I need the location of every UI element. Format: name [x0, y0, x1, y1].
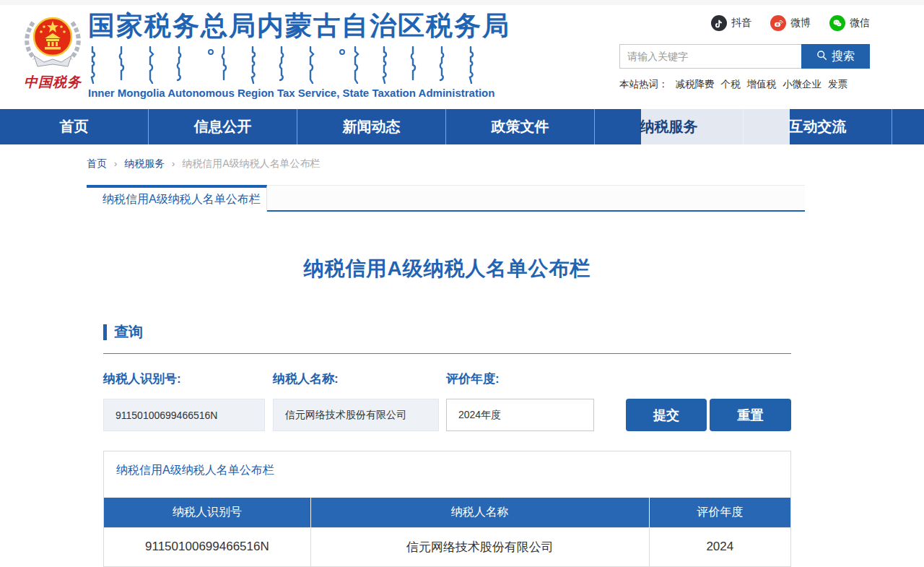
wechat-icon [829, 15, 845, 31]
social-links: 抖音 微博 [619, 15, 870, 31]
site-title-cn: 国家税务总局内蒙古自治区税务局 [88, 8, 510, 44]
table-header-cell: 纳税人识别号 [104, 498, 310, 527]
weibo-link[interactable]: 微博 [770, 15, 811, 31]
taxpayer-name-input[interactable] [273, 399, 439, 431]
hot-word-link[interactable]: 小微企业 [783, 78, 821, 91]
mongolian-script-text [88, 46, 510, 84]
evaluation-year-input[interactable] [446, 399, 594, 431]
hot-word-link[interactable]: 增值税 [747, 78, 777, 91]
hot-word-link[interactable]: 个税 [721, 78, 741, 91]
query-section-title: 查询 [114, 322, 143, 342]
search-icon [816, 50, 827, 64]
page-title: 纳税信用A级纳税人名单公布栏 [103, 255, 791, 282]
breadcrumb: 首页 › 纳税服务 › 纳税信用A级纳税人名单公布栏 [87, 157, 924, 170]
table-cell-year: 2024 [649, 527, 790, 566]
nav-item-home[interactable]: 首页 [0, 109, 149, 144]
breadcrumb-tax-service[interactable]: 纳税服务 [124, 157, 165, 169]
results-table: 纳税人识别号 纳税人名称 评价年度 91150100699466516N 信元网… [104, 498, 790, 567]
national-emblem-icon [19, 11, 87, 72]
douyin-link[interactable]: 抖音 [711, 15, 751, 31]
tab-a-level-taxpayer-list[interactable]: 纳税信用A级纳税人名单公布栏 [87, 185, 267, 212]
hot-words-label: 本站热词： [619, 78, 668, 91]
search-button[interactable]: 搜索 [801, 44, 870, 69]
main-nav: 首页 信息公开 新闻动态 政策文件 纳税服务 互动交流 [0, 109, 924, 144]
top-strip [0, 0, 924, 5]
douyin-label: 抖音 [731, 17, 751, 30]
header-right: 抖音 微博 [619, 15, 870, 91]
table-cell-taxpayer-name: 信元网络技术股份有限公司 [310, 527, 649, 566]
results-panel-title: 纳税信用A级纳税人名单公布栏 [104, 451, 790, 478]
submit-button[interactable]: 提交 [626, 399, 707, 431]
nav-item-interaction[interactable]: 互动交流 [744, 109, 892, 144]
hot-word-link[interactable]: 减税降费 [676, 78, 715, 91]
breadcrumb-separator: › [167, 158, 179, 169]
nav-item-policy[interactable]: 政策文件 [446, 109, 595, 144]
results-panel: 纳税信用A级纳税人名单公布栏 纳税人识别号 纳税人名称 评价年度 9115010… [103, 451, 791, 567]
wechat-link[interactable]: 微信 [829, 15, 870, 31]
nav-item-tax-service[interactable]: 纳税服务 [595, 109, 744, 144]
nav-item-info-disclosure[interactable]: 信息公开 [149, 109, 297, 144]
evaluation-year-label: 评价年度: [446, 371, 594, 387]
tab-bar-filler [267, 185, 805, 212]
logo-text: 中国税务 [19, 73, 87, 92]
taxpayer-id-input[interactable] [103, 399, 265, 431]
breadcrumb-home[interactable]: 首页 [87, 157, 107, 169]
nav-item-news[interactable]: 新闻动态 [297, 109, 446, 144]
site-title-block: 国家税务总局内蒙古自治区税务局 Inner Mongolia Autonomou… [88, 8, 510, 99]
hot-word-link[interactable]: 发票 [828, 78, 847, 91]
section-divider [103, 353, 791, 354]
weibo-icon [770, 15, 786, 31]
site-search: 搜索 [619, 44, 870, 69]
site-header: 中国税务 国家税务总局内蒙古自治区税务局 Inner Mongolia Auto… [0, 5, 924, 109]
weibo-label: 微博 [790, 17, 811, 30]
query-form: 纳税人识别号: 纳税人名称: 评价年度: 提交 重置 [103, 371, 791, 431]
table-header-cell: 评价年度 [649, 498, 790, 527]
taxpayer-id-field-group: 纳税人识别号: [103, 371, 265, 431]
hot-words: 本站热词： 减税降费 个税 增值税 小微企业 发票 [619, 78, 870, 91]
table-row: 91150100699466516N 信元网络技术股份有限公司 2024 [104, 527, 790, 566]
search-input[interactable] [619, 44, 801, 69]
wechat-label: 微信 [850, 17, 870, 30]
site-title-en: Inner Mongolia Autonomous Region Tax Ser… [88, 87, 510, 99]
section-accent-bar [103, 324, 107, 340]
taxpayer-name-label: 纳税人名称: [273, 371, 439, 387]
evaluation-year-field-group: 评价年度: [446, 371, 594, 431]
table-cell-taxpayer-id: 91150100699466516N [104, 527, 310, 566]
query-section-head: 查询 [103, 322, 791, 342]
tab-bar: 纳税信用A级纳税人名单公布栏 [87, 185, 805, 212]
douyin-icon [711, 15, 727, 31]
reset-button[interactable]: 重置 [710, 399, 791, 431]
nav-filler [892, 109, 924, 144]
site-logo[interactable]: 中国税务 [19, 11, 87, 92]
search-button-label: 搜索 [832, 49, 855, 64]
table-header-cell: 纳税人名称 [310, 498, 649, 527]
breadcrumb-current: 纳税信用A级纳税人名单公布栏 [182, 157, 320, 169]
taxpayer-name-field-group: 纳税人名称: [273, 371, 439, 431]
table-header-row: 纳税人识别号 纳税人名称 评价年度 [104, 498, 790, 527]
breadcrumb-separator: › [110, 158, 121, 169]
taxpayer-id-label: 纳税人识别号: [103, 371, 265, 387]
main-content: 纳税信用A级纳税人名单公布栏 查询 纳税人识别号: 纳税人名称: 评价年度: 提… [103, 255, 791, 567]
query-buttons: 提交 重置 [626, 399, 791, 431]
